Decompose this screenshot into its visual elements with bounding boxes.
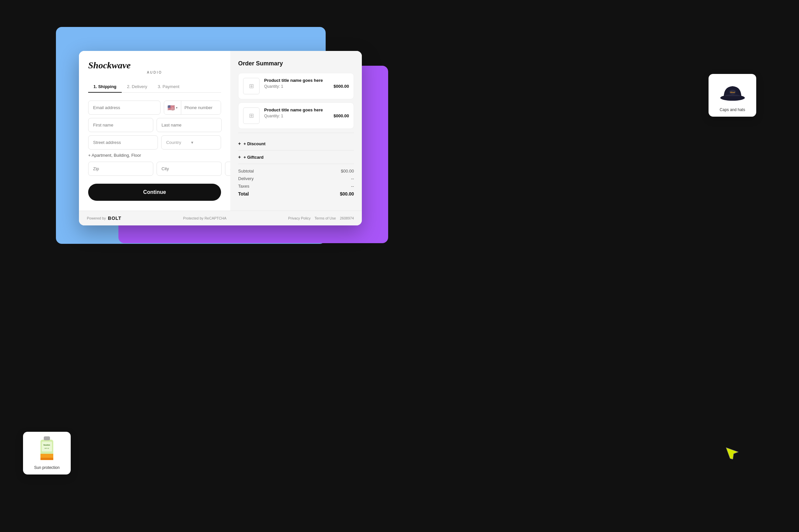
svg-marker-10	[726, 444, 740, 460]
product-info-2: Product title name goes here Quantity: 1	[264, 108, 329, 124]
order-summary-panel: Order Summary ⊞ Product title name goes …	[230, 51, 362, 211]
add-apt-label: + Apartment, Building, Floor	[88, 153, 141, 158]
checkout-steps: 1. Shipping 2. Delivery 3. Payment	[88, 81, 221, 93]
taxes-value: --	[351, 184, 354, 189]
giftcard-label: + Giftcard	[243, 155, 264, 160]
product-info-1: Product title name goes here Quantity: 1	[264, 78, 329, 94]
subtotal-value: $00.00	[341, 169, 354, 173]
version-number: 2608974	[340, 216, 354, 220]
taxes-row: Taxes --	[238, 184, 354, 189]
powered-by-text: Powered by	[87, 216, 106, 220]
last-name-input[interactable]	[157, 118, 222, 132]
terms-link[interactable]: Terms of Use	[314, 216, 336, 220]
name-row	[88, 118, 221, 132]
first-name-input[interactable]	[88, 118, 153, 132]
powered-by-section: Powered by BOLT	[87, 215, 121, 221]
add-apartment-toggle[interactable]: + Apartment, Building, Floor	[88, 153, 221, 158]
recaptcha-text: Protected by ReCAPTCHA	[183, 216, 226, 220]
product-price-1: $000.00	[333, 84, 349, 89]
subtotal-label: Subtotal	[238, 169, 254, 173]
street-country-row: Country ▾	[88, 135, 221, 150]
product-name-1: Product title name goes here	[264, 78, 329, 83]
subtotal-row: Subtotal $00.00	[238, 169, 354, 173]
flag-chevron-icon: ▾	[176, 106, 178, 110]
divider-1	[238, 133, 354, 133]
brand-logo: Shockwave AUDIO	[88, 61, 221, 74]
giftcard-toggle[interactable]: + + Giftcard	[238, 151, 354, 164]
svg-rect-2	[40, 458, 53, 460]
phone-group: 🇺🇸 ▾	[164, 100, 221, 115]
sun-protection-label: Sun protection	[28, 465, 66, 470]
shipping-form-panel: Shockwave AUDIO 1. Shipping 2. Delivery …	[79, 51, 230, 211]
city-input[interactable]	[157, 162, 222, 176]
discount-label: + Discount	[243, 141, 266, 146]
sun-protection-card: Vacation SPF 30 Sun protection	[23, 432, 71, 475]
svg-text:SPF 30: SPF 30	[44, 448, 49, 449]
giftcard-plus-icon: +	[238, 154, 241, 160]
zip-input[interactable]	[88, 162, 153, 176]
caps-image: Rind	[720, 78, 746, 105]
caps-and-hats-card: Rind Caps and hats	[709, 74, 756, 117]
flag-emoji: 🇺🇸	[167, 104, 175, 111]
svg-rect-3	[44, 436, 50, 440]
step-shipping[interactable]: 1. Shipping	[88, 81, 122, 92]
zip-city-state-row: State ▾	[88, 162, 221, 176]
country-placeholder: Country	[166, 140, 191, 145]
logo-brand-text: Shockwave	[88, 61, 221, 70]
modal-footer: Powered by BOLT Protected by ReCAPTCHA P…	[79, 211, 362, 225]
svg-text:Vacation: Vacation	[43, 444, 50, 446]
phone-input[interactable]	[181, 101, 221, 114]
product-qty-1: Quantity: 1	[264, 84, 329, 89]
logo-sub-text: AUDIO	[88, 71, 221, 74]
delivery-label: Delivery	[238, 176, 254, 181]
product-name-2: Product title name goes here	[264, 108, 329, 112]
total-value: $00.00	[340, 191, 354, 196]
total-row: Total $00.00	[238, 191, 354, 196]
country-chevron-icon: ▾	[191, 140, 216, 145]
email-input[interactable]	[88, 100, 161, 115]
footer-links: Privacy Policy Terms of Use 2608974	[288, 216, 354, 220]
order-summary-title: Order Summary	[238, 60, 354, 67]
continue-button[interactable]: Continue	[88, 184, 221, 201]
caps-label: Caps and hats	[713, 108, 752, 112]
country-select[interactable]: Country ▾	[161, 135, 221, 150]
product-price-2: $000.00	[333, 113, 349, 118]
svg-text:Rind: Rind	[730, 91, 735, 93]
product-image-placeholder-2: ⊞	[243, 108, 259, 124]
checkout-modal: Shockwave AUDIO 1. Shipping 2. Delivery …	[79, 51, 362, 225]
svg-rect-4	[42, 442, 52, 452]
delivery-row: Delivery --	[238, 176, 354, 181]
privacy-policy-link[interactable]: Privacy Policy	[288, 216, 310, 220]
order-totals: Subtotal $00.00 Delivery -- Taxes -- Tot…	[238, 169, 354, 196]
bolt-logo: BOLT	[108, 215, 121, 221]
delivery-value: --	[351, 176, 354, 181]
street-input[interactable]	[88, 135, 158, 150]
taxes-label: Taxes	[238, 184, 249, 189]
discount-toggle[interactable]: + + Discount	[238, 137, 354, 151]
product-qty-2: Quantity: 1	[264, 114, 329, 118]
discount-plus-icon: +	[238, 141, 241, 146]
sun-protection-image: Vacation SPF 30	[34, 436, 60, 463]
product-item-1: ⊞ Product title name goes here Quantity:…	[238, 73, 354, 99]
step-payment[interactable]: 3. Payment	[152, 81, 184, 92]
step-delivery[interactable]: 2. Delivery	[122, 81, 152, 92]
product-image-placeholder-1: ⊞	[243, 78, 259, 94]
product-item-2: ⊞ Product title name goes here Quantity:…	[238, 102, 354, 129]
country-flag-select[interactable]: 🇺🇸 ▾	[164, 101, 181, 114]
cursor-arrow-icon	[724, 442, 744, 463]
email-phone-row: 🇺🇸 ▾	[88, 100, 221, 115]
total-label: Total	[238, 191, 249, 196]
